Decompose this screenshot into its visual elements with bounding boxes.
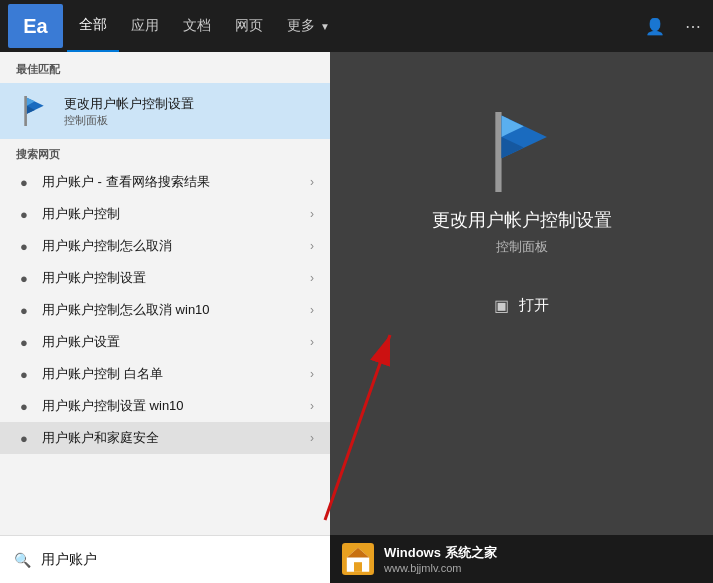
top-navigation-bar: Ea 全部 应用 文档 网页 更多 ▼ 👤 ⋯ (0, 0, 713, 52)
chevron-right-icon-8: › (310, 431, 314, 445)
tab-docs[interactable]: 文档 (171, 0, 223, 52)
tab-more[interactable]: 更多 ▼ (275, 0, 342, 52)
tab-all[interactable]: 全部 (67, 0, 119, 52)
watermark-url: www.bjjmlv.com (384, 562, 497, 574)
watermark-house-icon (342, 543, 374, 575)
right-panel-flag-icon (482, 112, 562, 192)
search-input[interactable] (41, 552, 316, 568)
search-item-5[interactable]: ● 用户账户设置 › (0, 326, 330, 358)
chevron-right-icon-2: › (310, 239, 314, 253)
right-panel: 更改用户帐户控制设置 控制面板 ▣ 打开 (330, 52, 713, 583)
chevron-down-icon: ▼ (320, 21, 330, 32)
svg-rect-10 (354, 562, 362, 572)
search-item-text-6: 用户账户控制 白名单 (42, 365, 163, 383)
left-panel: 最佳匹配 更改用户帐户控制设置 控制面板 搜索网页 (0, 52, 330, 583)
watermark: Windows 系统之家 www.bjjmlv.com (330, 535, 713, 583)
right-panel-subtitle: 控制面板 (496, 238, 548, 256)
search-icon-1: ● (16, 207, 32, 222)
search-item-text-2: 用户账户控制怎么取消 (42, 237, 172, 255)
search-item-3[interactable]: ● 用户账户控制设置 › (0, 262, 330, 294)
svg-rect-0 (24, 96, 27, 126)
chevron-right-icon-5: › (310, 335, 314, 349)
search-icon-7: ● (16, 399, 32, 414)
right-panel-title: 更改用户帐户控制设置 (432, 208, 612, 232)
watermark-title: Windows 系统之家 (384, 544, 497, 562)
search-item-8[interactable]: ● 用户账户和家庭安全 › (0, 422, 330, 454)
search-icon-0: ● (16, 175, 32, 190)
search-item-0[interactable]: ● 用户账户 - 查看网络搜索结果 › (0, 166, 330, 198)
search-icon-2: ● (16, 239, 32, 254)
search-icon-6: ● (16, 367, 32, 382)
watermark-text: Windows 系统之家 www.bjjmlv.com (384, 544, 497, 574)
best-match-item[interactable]: 更改用户帐户控制设置 控制面板 (0, 83, 330, 139)
search-item-4[interactable]: ● 用户账户控制怎么取消 win10 › (0, 294, 330, 326)
top-bar-actions: 👤 ⋯ (641, 13, 705, 40)
search-item-2[interactable]: ● 用户账户控制怎么取消 › (0, 230, 330, 262)
search-bar-icon: 🔍 (14, 552, 31, 568)
search-item-6[interactable]: ● 用户账户控制 白名单 › (0, 358, 330, 390)
search-icon-8: ● (16, 431, 32, 446)
search-item-text-4: 用户账户控制怎么取消 win10 (42, 301, 210, 319)
logo: Ea (8, 4, 63, 48)
open-button-area[interactable]: ▣ 打开 (494, 296, 549, 315)
search-item-text-8: 用户账户和家庭安全 (42, 429, 159, 447)
best-match-text: 更改用户帐户控制设置 控制面板 (64, 95, 194, 128)
chevron-right-icon-3: › (310, 271, 314, 285)
open-button-label[interactable]: 打开 (519, 296, 549, 315)
chevron-right-icon-7: › (310, 399, 314, 413)
search-item-text-0: 用户账户 - 查看网络搜索结果 (42, 173, 210, 191)
search-web-header: 搜索网页 (0, 139, 330, 166)
search-item-1[interactable]: ● 用户账户控制 › (0, 198, 330, 230)
svg-rect-4 (495, 112, 501, 192)
best-match-title: 更改用户帐户控制设置 (64, 95, 194, 113)
best-match-subtitle: 控制面板 (64, 113, 194, 128)
search-icon-3: ● (16, 271, 32, 286)
tab-apps[interactable]: 应用 (119, 0, 171, 52)
more-options-icon[interactable]: ⋯ (681, 13, 705, 40)
chevron-right-icon-0: › (310, 175, 314, 189)
search-icon-4: ● (16, 303, 32, 318)
search-item-text-1: 用户账户控制 (42, 205, 120, 223)
open-window-icon: ▣ (494, 296, 509, 315)
best-match-header: 最佳匹配 (0, 52, 330, 83)
uac-flag-icon (16, 93, 52, 129)
chevron-right-icon-4: › (310, 303, 314, 317)
search-item-7[interactable]: ● 用户账户控制设置 win10 › (0, 390, 330, 422)
search-item-text-5: 用户账户设置 (42, 333, 120, 351)
search-bar[interactable]: 🔍 (0, 535, 330, 583)
tab-web[interactable]: 网页 (223, 0, 275, 52)
chevron-right-icon-1: › (310, 207, 314, 221)
chevron-right-icon-6: › (310, 367, 314, 381)
search-icon-5: ● (16, 335, 32, 350)
search-item-text-7: 用户账户控制设置 win10 (42, 397, 184, 415)
user-icon[interactable]: 👤 (641, 13, 669, 40)
search-item-text-3: 用户账户控制设置 (42, 269, 146, 287)
main-content: 最佳匹配 更改用户帐户控制设置 控制面板 搜索网页 (0, 52, 713, 583)
